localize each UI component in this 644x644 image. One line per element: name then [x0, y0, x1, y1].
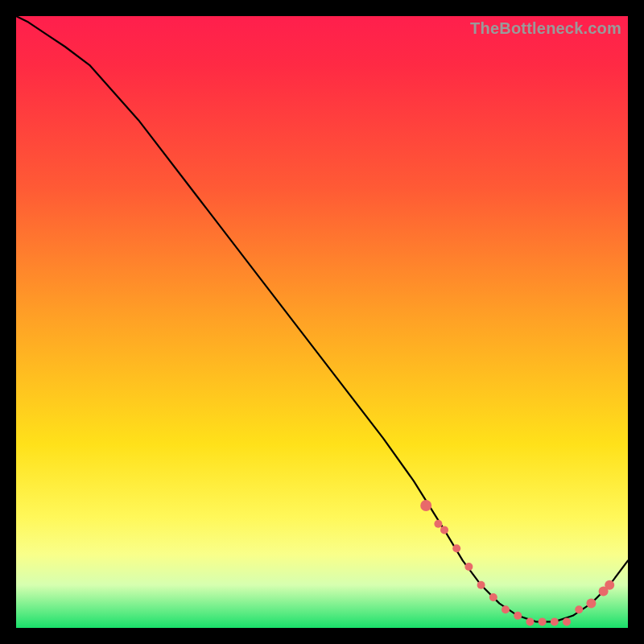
marker-dot — [477, 581, 485, 589]
marker-dot — [551, 617, 559, 625]
marker-dot — [452, 544, 460, 552]
plot-area: TheBottleneck.com — [16, 16, 628, 628]
marker-dot — [526, 617, 534, 625]
marker-dot — [539, 617, 547, 625]
marker-dot — [575, 605, 583, 613]
marker-dot — [464, 563, 473, 571]
marker-dot — [605, 580, 614, 590]
marker-dot — [489, 593, 497, 601]
marker-dot — [440, 526, 448, 534]
marker-dot — [563, 617, 571, 625]
marker-dot — [420, 500, 431, 511]
marker-dot — [434, 520, 442, 528]
bottleneck-curve — [16, 16, 628, 621]
chart-stage: TheBottleneck.com — [0, 0, 644, 644]
marker-dot — [514, 612, 522, 620]
marker-dot — [502, 605, 510, 613]
curve-svg — [16, 16, 628, 628]
marker-dot — [586, 599, 596, 609]
